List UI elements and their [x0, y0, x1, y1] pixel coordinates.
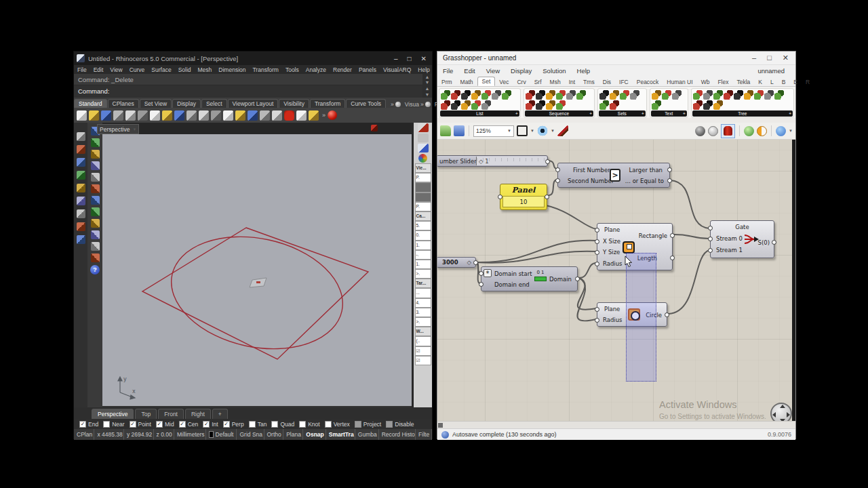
curve-points-icon[interactable]	[91, 219, 100, 228]
slider-grip-icon[interactable]: ◇ 1	[479, 158, 489, 165]
tab-r[interactable]: R	[802, 78, 814, 86]
output-nub[interactable]	[667, 178, 672, 183]
component-icon[interactable]	[441, 90, 450, 100]
checkbox[interactable]: ✓	[79, 421, 86, 428]
status-plana[interactable]: Plana	[283, 429, 303, 440]
input-nub[interactable]	[555, 178, 560, 183]
domain-node[interactable]: * Domain start Domain end 0 1 Domain	[481, 266, 578, 291]
osnap-disable[interactable]: Disable	[386, 421, 414, 428]
pan-icon[interactable]	[186, 110, 197, 121]
props-cell[interactable]	[415, 182, 431, 192]
input-nub[interactable]	[595, 250, 599, 255]
props-cell[interactable]: 3.	[415, 308, 431, 317]
maximize-button[interactable]: □	[408, 55, 412, 62]
tab-tekla[interactable]: Tekla	[732, 78, 754, 86]
panel-value[interactable]: 10	[502, 196, 545, 207]
ribbon-group-label[interactable]: Text+	[651, 110, 687, 117]
menu-item-dimension[interactable]: Dimension	[215, 66, 249, 73]
chevron-down-icon[interactable]: ▼	[789, 129, 793, 133]
close-button[interactable]: ✕	[421, 55, 427, 62]
maximize-button[interactable]: □	[767, 54, 772, 62]
component-icon[interactable]	[536, 90, 545, 100]
input-nub[interactable]	[595, 228, 599, 232]
toolbar-tab-viewport-layout[interactable]: Viewport Layout	[228, 99, 279, 108]
undo-icon[interactable]	[174, 110, 184, 121]
status-x-4485-38[interactable]: x 4485.38	[94, 429, 124, 440]
output-nub[interactable]	[670, 256, 675, 260]
component-icon[interactable]	[481, 90, 491, 100]
props-cell[interactable]: P.	[415, 202, 431, 211]
orange-ball-icon[interactable]	[757, 126, 767, 136]
help-icon[interactable]: ?	[90, 265, 100, 274]
command-spinner[interactable]: ▲▼	[422, 85, 432, 98]
status-cplan[interactable]: CPlan	[74, 429, 94, 440]
toolbar-tab-transform[interactable]: Transform	[310, 99, 345, 108]
component-icon[interactable]	[744, 90, 753, 100]
canvas-compass-widget[interactable]	[770, 403, 792, 421]
wireframe-mode-icon[interactable]	[708, 126, 718, 136]
green-ball-icon[interactable]	[744, 126, 754, 136]
menu-item-file[interactable]: File	[74, 66, 90, 73]
input-nub[interactable]	[498, 195, 502, 199]
open-folder-icon[interactable]	[89, 110, 99, 121]
dotted-box-icon[interactable]	[91, 242, 100, 251]
component-icon[interactable]	[451, 100, 460, 110]
command-input[interactable]: Command:	[74, 85, 422, 98]
component-icon[interactable]	[536, 100, 545, 110]
menu-item-solid[interactable]: Solid	[175, 66, 195, 73]
ribbon-group-label[interactable]: Tree+	[692, 110, 793, 117]
checkbox[interactable]: ✓	[223, 421, 230, 428]
menu-item-surface[interactable]: Surface	[148, 66, 174, 73]
panel-pen-icon[interactable]	[91, 207, 100, 216]
osnap-knot[interactable]: Knot	[299, 421, 320, 428]
curve-dots-icon[interactable]	[91, 230, 100, 239]
viewport-tab-right[interactable]: Right	[185, 409, 211, 419]
toolbar-tab-display[interactable]: Display	[172, 99, 201, 108]
status-millimeters[interactable]: Millimeters	[174, 429, 206, 440]
vise-icon[interactable]	[91, 161, 100, 170]
perspective-viewport[interactable]: y x	[102, 134, 412, 406]
component-icon[interactable]	[556, 90, 566, 100]
annotate-icon[interactable]	[125, 110, 136, 121]
ribbon-group-label[interactable]: Sequence+	[525, 110, 593, 117]
tab-int[interactable]: Int	[565, 78, 579, 86]
props-cell[interactable]: P.	[415, 173, 431, 182]
tab-ifc[interactable]: IFC	[615, 78, 633, 86]
input-nub[interactable]	[479, 282, 484, 287]
properties-tab-icon[interactable]	[418, 123, 429, 132]
selected-display-mode[interactable]	[721, 124, 735, 138]
checkbox[interactable]: ✓	[179, 421, 186, 428]
props-cell[interactable]: Tar...	[415, 279, 431, 288]
menu-item-edit[interactable]: Edit	[458, 67, 480, 75]
menu-item-transform[interactable]: Transform	[249, 66, 281, 73]
toolbar-tab-select[interactable]: Select	[201, 99, 227, 108]
props-cell[interactable]: Vie...	[415, 163, 431, 173]
toolbar-tab-cplanes[interactable]: CPlanes	[108, 99, 139, 108]
component-icon[interactable]	[703, 90, 713, 100]
menu-item-render[interactable]: Render	[330, 66, 355, 73]
osnap-perp[interactable]: ✓Perp	[223, 421, 244, 428]
tab-msh[interactable]: Msh	[546, 78, 565, 86]
menu-item-curve[interactable]: Curve	[126, 66, 149, 73]
star-icon[interactable]	[77, 145, 85, 154]
props-cell[interactable]	[415, 192, 431, 202]
car-small-icon[interactable]	[296, 110, 307, 121]
component-icon[interactable]	[610, 100, 619, 110]
menu-item-edit[interactable]: Edit	[90, 66, 107, 73]
circle-tool-icon[interactable]	[309, 110, 319, 121]
expression-star-icon[interactable]: *	[484, 269, 492, 277]
component-icon[interactable]	[774, 90, 784, 100]
component-icon[interactable]	[481, 100, 491, 110]
input-nub[interactable]	[708, 226, 713, 230]
toolbar-tab-visibility[interactable]: Visibility	[279, 99, 309, 108]
osnap-end[interactable]: ✓End	[79, 421, 98, 428]
component-icon[interactable]	[502, 90, 511, 100]
viewport-label-dropdown[interactable]: Perspective ▼	[97, 124, 139, 134]
larger-than-node[interactable]: First Number Second Number > Larger than…	[557, 163, 670, 188]
tab-crv[interactable]: Crv	[513, 78, 530, 86]
house-icon[interactable]	[77, 184, 85, 192]
component-icon[interactable]	[693, 100, 703, 110]
print-icon[interactable]	[113, 110, 123, 121]
tab-srf[interactable]: Srf	[530, 78, 546, 86]
tab-peacock[interactable]: Peacock	[633, 78, 663, 86]
